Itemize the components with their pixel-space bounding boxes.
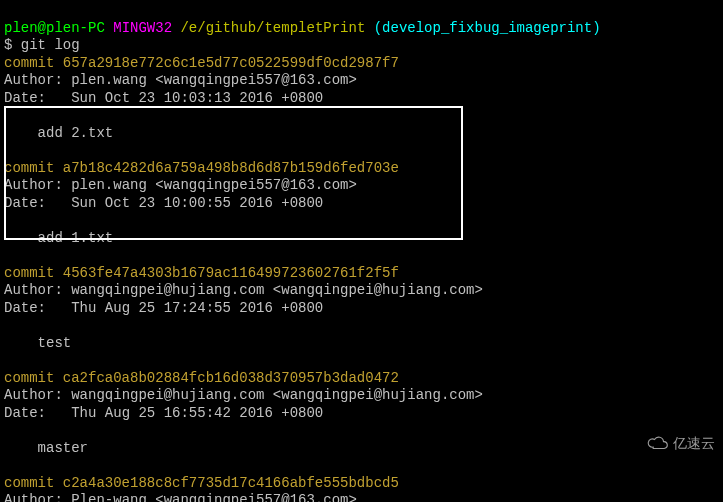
commit-hash: 657a2918e772c6c1e5d77c0522599df0cd2987f7 — [63, 55, 399, 71]
commit-line: commit a7b18c4282d6a759a498b8d6d87b159d6… — [4, 160, 719, 178]
prompt-user: plen — [4, 20, 38, 36]
commit-message: test — [4, 335, 719, 353]
commit-hash: 4563fe47a4303b1679ac116499723602761f2f5f — [63, 265, 399, 281]
commit-hash: ca2fca0a8b02884fcb16d038d370957b3dad0472 — [63, 370, 399, 386]
author-line: Author: wangqingpei@hujiang.com <wangqin… — [4, 387, 719, 405]
author-line: Author: plen.wang <wangqingpei557@163.co… — [4, 177, 719, 195]
author-line: Author: plen.wang <wangqingpei557@163.co… — [4, 72, 719, 90]
commit-message: master — [4, 440, 719, 458]
commit-message: add 2.txt — [4, 125, 719, 143]
commit-line: commit c2a4a30e188c8cf7735d17c4166abfe55… — [4, 475, 719, 493]
prompt-path: /e/github/templetPrint — [180, 20, 365, 36]
prompt-branch: develop_fixbug_imageprint — [382, 20, 592, 36]
date-line: Date: Sun Oct 23 10:00:55 2016 +0800 — [4, 195, 719, 213]
commit-line: commit 4563fe47a4303b1679ac1164997236027… — [4, 265, 719, 283]
prompt-host: plen-PC — [46, 20, 105, 36]
command-text: git log — [21, 37, 80, 53]
date-line: Date: Sun Oct 23 10:03:13 2016 +0800 — [4, 90, 719, 108]
commit-line: commit 657a2918e772c6c1e5d77c0522599df0c… — [4, 55, 719, 73]
command-line[interactable]: $ git log — [4, 37, 719, 55]
commit-hash: a7b18c4282d6a759a498b8d6d87b159d6fed703e — [63, 160, 399, 176]
author-line: Author: wangqingpei@hujiang.com <wangqin… — [4, 282, 719, 300]
commit-line: commit ca2fca0a8b02884fcb16d038d370957b3… — [4, 370, 719, 388]
commit-message: add 1.txt — [4, 230, 719, 248]
commit-hash: c2a4a30e188c8cf7735d17c4166abfe555bdbcd5 — [63, 475, 399, 491]
prompt-shell: MINGW32 — [113, 20, 172, 36]
shell-prompt: plen@plen-PC MINGW32 /e/github/templetPr… — [4, 2, 719, 37]
date-line: Date: Thu Aug 25 16:55:42 2016 +0800 — [4, 405, 719, 423]
date-line: Date: Thu Aug 25 17:24:55 2016 +0800 — [4, 300, 719, 318]
author-line: Author: Plen-wang <wangqingpei557@163.co… — [4, 492, 719, 502]
